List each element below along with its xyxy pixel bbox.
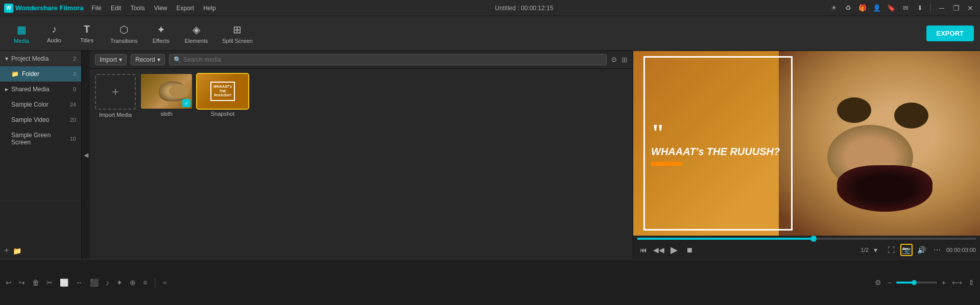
download-icon[interactable]: ⬇ (914, 3, 925, 14)
import-btn[interactable]: + (95, 74, 136, 110)
preview-video: " WHAAAT's THE RUUUSH? (633, 51, 980, 236)
close-button[interactable]: ✕ (965, 3, 976, 14)
media-item-snapshot[interactable]: WHAAAT'sTHERUUUSH? Snapshot (197, 74, 248, 118)
progress-thumb[interactable] (810, 236, 817, 242)
tool-splitscreen[interactable]: ⊞ Split Screen (216, 21, 258, 46)
page-indicator: 1/2 (861, 247, 869, 253)
record-label: Record (135, 56, 155, 63)
minimize-button[interactable]: ─ (936, 3, 947, 14)
preview-panel: " WHAAAT's THE RUUUSH? ⏮ ◀◀ ▶ ⏹ 1/2 ▾ (633, 51, 980, 259)
sidebar: ▾ Project Media 2 📁 Folder 2 ▸ Shared Me… (0, 51, 82, 259)
brightness-icon[interactable]: ☀ (828, 3, 840, 14)
sidebar-item-shared-media[interactable]: ▸ Shared Media 0 (0, 82, 81, 97)
sloth-eye-right (894, 103, 928, 129)
media-item-sloth[interactable]: ✓ sloth (141, 74, 192, 118)
sloth-thumbnail: ✓ (141, 74, 192, 109)
time-display: 00:00:03:00 (946, 247, 976, 253)
media-label: Media (14, 38, 29, 44)
sidebar-collapse-button[interactable]: ◀ (82, 51, 90, 259)
speed-button[interactable]: ↔ (74, 277, 84, 288)
restore-button[interactable]: ❐ (950, 3, 962, 14)
preview-controls: ⏮ ◀◀ ▶ ⏹ 1/2 ▾ ⛶ 📷 🔊 ⋯ 00:00:03:00 (633, 236, 980, 259)
titlebar-left: W Wondershare Filmora File Edit Tools Vi… (4, 4, 220, 13)
menu-view[interactable]: View (150, 4, 171, 13)
redo-button[interactable]: ↪ (17, 277, 27, 288)
record-dropdown[interactable]: Record ▾ (131, 54, 165, 65)
menu-edit[interactable]: Edit (107, 4, 126, 13)
grid-view-icon[interactable]: ⊞ (622, 56, 628, 64)
controls-row: ⏮ ◀◀ ▶ ⏹ 1/2 ▾ ⛶ 📷 🔊 ⋯ 00:00:03:00 (633, 243, 980, 257)
delete-button[interactable]: 🗑 (31, 277, 41, 288)
account-icon[interactable]: 👤 (871, 3, 882, 14)
sidebar-item-sample-green[interactable]: Sample Green Screen 10 (0, 128, 81, 150)
tool-audio[interactable]: ♪ Audio (39, 21, 69, 45)
shared-media-label: Shared Media (11, 86, 50, 93)
crop-button[interactable]: ⬜ (58, 277, 70, 288)
add-folder-icon[interactable]: + (4, 246, 9, 255)
sidebar-item-project-media[interactable]: ▾ Project Media 2 (0, 51, 81, 66)
page-dropdown-button[interactable]: ▾ (870, 244, 882, 256)
volume-button[interactable]: 🔊 (916, 244, 928, 256)
zoom-in-button[interactable]: + (940, 277, 947, 288)
zoom-slider[interactable] (896, 282, 937, 284)
tool-titles[interactable]: T Titles (71, 21, 102, 45)
import-dropdown[interactable]: Import ▾ (95, 54, 127, 65)
split-button[interactable]: ⊕ (128, 277, 137, 288)
export-button[interactable]: EXPORT (926, 26, 974, 41)
zoom-thumb[interactable] (912, 280, 917, 285)
transitions-icon: ⬡ (119, 23, 128, 36)
mail-icon[interactable]: ✉ (900, 3, 911, 14)
progress-bar[interactable] (637, 238, 976, 240)
rewind-button[interactable]: ⏮ (637, 244, 650, 256)
sidebar-item-sample-color[interactable]: Sample Color 24 (0, 97, 81, 112)
quote-accent (651, 162, 682, 166)
tool-media[interactable]: ▦ Media (6, 21, 37, 46)
step-back-button[interactable]: ◀◀ (653, 244, 665, 256)
color-button[interactable]: ⬛ (88, 277, 100, 288)
search-input[interactable] (183, 56, 602, 63)
gift-icon[interactable]: 🎁 (857, 3, 868, 14)
stop-button[interactable]: ⏹ (683, 244, 696, 256)
new-folder-icon[interactable]: 📁 (13, 247, 21, 255)
quote-box: " WHAAAT's THE RUUUSH? (643, 56, 793, 231)
import-media-item[interactable]: + Import Media (95, 74, 136, 118)
audio-button[interactable]: ♪ (104, 277, 111, 288)
search-icon: 🔍 (174, 56, 181, 63)
import-media-label: Import Media (99, 112, 132, 118)
tool-elements[interactable]: ◈ Elements (178, 21, 214, 46)
play-button[interactable]: ▶ (668, 244, 680, 256)
effect-button[interactable]: ✦ (115, 277, 124, 288)
project-media-count: 2 (73, 56, 76, 62)
tl-separator (155, 277, 155, 288)
sample-color-count: 24 (70, 101, 76, 108)
sidebar-bottom: + 📁 (0, 200, 81, 260)
record-chevron-icon: ▾ (157, 56, 160, 63)
menu-export[interactable]: Export (172, 4, 198, 13)
menu-file[interactable]: File (87, 4, 105, 13)
bookmark-icon[interactable]: 🔖 (886, 3, 897, 14)
sloth-eye-left (837, 97, 871, 123)
snapshot-button[interactable]: 📷 (900, 244, 913, 256)
fit-button[interactable]: ⟷ (950, 277, 964, 288)
sync-icon[interactable]: ♻ (843, 3, 854, 14)
settings-button[interactable]: ⋯ (931, 244, 943, 256)
sample-green-count: 10 (70, 136, 76, 142)
undo-button[interactable]: ↩ (4, 277, 13, 288)
fullscreen-button[interactable]: ⛶ (885, 244, 897, 256)
cut-button[interactable]: ✂ (45, 277, 54, 288)
menu-tools[interactable]: Tools (126, 4, 149, 13)
tool-transitions[interactable]: ⬡ Transitions (104, 21, 144, 46)
audio-stretch-button[interactable]: ≈ (161, 277, 169, 288)
tool-effects[interactable]: ✦ Effects (146, 21, 176, 46)
menu-help[interactable]: Help (199, 4, 220, 13)
add-icon: + (112, 85, 119, 99)
chevron-down-icon: ▾ (5, 55, 8, 62)
sidebar-item-folder[interactable]: 📁 Folder 2 (0, 66, 81, 82)
timeline-settings-button[interactable]: ⚙ (873, 277, 883, 288)
zoom-out-button[interactable]: − (886, 277, 893, 288)
filter-icon[interactable]: ⚙ (611, 56, 617, 64)
more-button[interactable]: ≡ (141, 277, 149, 288)
sidebar-item-sample-video[interactable]: Sample Video 20 (0, 112, 81, 128)
audio-label: Audio (47, 37, 61, 43)
expand-button[interactable]: ⇕ (967, 277, 976, 288)
